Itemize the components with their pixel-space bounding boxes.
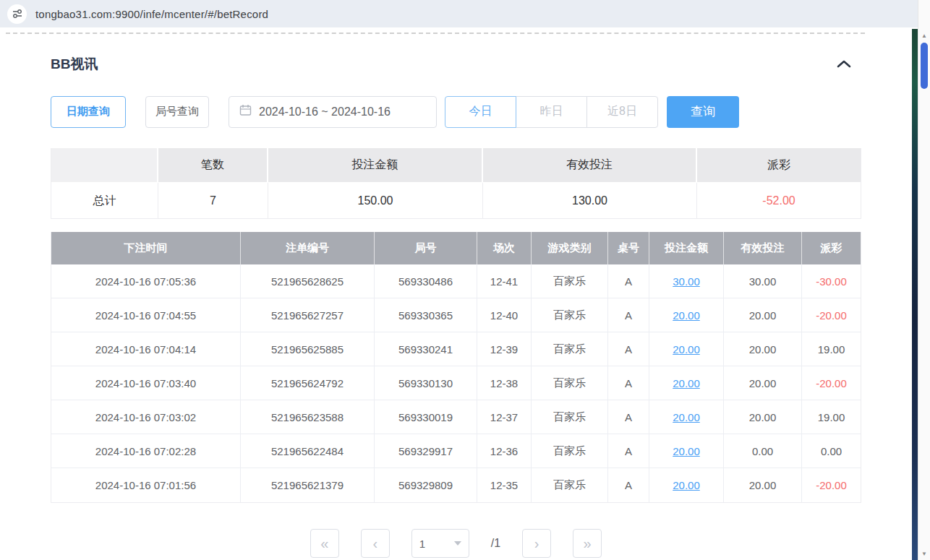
last-page-button[interactable]: » (573, 529, 602, 558)
col-header-bet: 投注金额 (649, 232, 724, 264)
game-type: 百家乐 (532, 264, 608, 298)
total-pages-label: /1 (491, 537, 500, 550)
valid-bet: 20.00 (724, 366, 802, 400)
table-row: 2024-10-16 07:01:56 521965621379 5693298… (51, 468, 861, 502)
bet-amount-link[interactable]: 30.00 (673, 275, 700, 288)
site-settings-icon[interactable] (7, 4, 27, 24)
session: 12-39 (477, 332, 532, 366)
payout: -20.00 (802, 366, 861, 400)
date-query-tab[interactable]: 日期查询 (51, 96, 126, 128)
address-bar[interactable]: tongbao31.com:9900/infe/mcenter/#/betRec… (0, 0, 918, 27)
round-no: 569330486 (375, 264, 477, 298)
bet-record-panel: BB视讯 日期查询 局号查询 2024-10-16 ~ 2024-10-16 今… (51, 38, 861, 558)
summary-total-valid: 130.00 (483, 182, 697, 218)
date-range-value: 2024-10-16 ~ 2024-10-16 (259, 105, 391, 119)
col-header-valid: 有效投注 (724, 232, 802, 264)
session: 12-41 (477, 264, 532, 298)
col-header-game: 游戏类别 (532, 232, 608, 264)
table-no: A (608, 298, 649, 332)
round-query-tab[interactable]: 局号查询 (145, 96, 209, 128)
bet-amount-link[interactable]: 20.00 (673, 479, 700, 491)
bet-amount-cell: 20.00 (649, 366, 724, 400)
bet-amount-cell: 20.00 (649, 298, 724, 332)
page-select-value: 1 (419, 538, 425, 550)
order-no: 521965623588 (241, 400, 375, 434)
scroll-up-arrow-icon[interactable]: ▲ (918, 30, 930, 42)
game-type: 百家乐 (532, 468, 608, 502)
yesterday-button[interactable]: 昨日 (516, 96, 587, 128)
url-text[interactable]: tongbao31.com:9900/infe/mcenter/#/betRec… (35, 8, 268, 20)
bet-amount-link[interactable]: 20.00 (673, 309, 700, 322)
bet-amount-link[interactable]: 20.00 (673, 411, 700, 423)
table-no: A (608, 332, 649, 366)
valid-bet: 0.00 (724, 434, 802, 468)
summary-header-count: 笔数 (158, 148, 268, 182)
summary-total-payout: -52.00 (697, 182, 861, 218)
game-type: 百家乐 (532, 366, 608, 400)
dashed-separator (6, 33, 865, 34)
date-range-picker[interactable]: 2024-10-16 ~ 2024-10-16 (229, 96, 437, 128)
recent-8-days-button[interactable]: 近8日 (586, 96, 658, 128)
bet-time: 2024-10-16 07:03:02 (51, 400, 241, 434)
table-row: 2024-10-16 07:03:40 521965624792 5693301… (51, 366, 861, 400)
table-no: A (608, 434, 649, 468)
game-type: 百家乐 (532, 400, 608, 434)
payout: 19.00 (802, 400, 861, 434)
page-edge-strip (912, 29, 918, 560)
bet-amount-cell: 30.00 (649, 264, 724, 298)
order-no: 521965628625 (241, 264, 375, 298)
collapse-chevron-up-icon[interactable] (834, 55, 854, 74)
summary-header-valid: 有效投注 (483, 148, 697, 182)
session: 12-36 (477, 434, 532, 468)
bet-amount-cell: 20.00 (649, 400, 724, 434)
table-no: A (608, 468, 649, 502)
round-no: 569329809 (375, 468, 477, 502)
search-button[interactable]: 查询 (667, 96, 739, 128)
payout: -20.00 (802, 298, 861, 332)
table-row: 2024-10-16 07:05:36 521965628625 5693304… (51, 264, 861, 298)
payout: 0.00 (802, 434, 861, 468)
col-header-payout: 派彩 (802, 232, 861, 264)
game-type: 百家乐 (532, 332, 608, 366)
summary-total-label: 总计 (51, 182, 158, 218)
scroll-down-arrow-icon[interactable]: ▼ (918, 548, 930, 560)
summary-header-row: 笔数 投注金额 有效投注 派彩 (51, 148, 861, 182)
prev-page-button[interactable]: ‹ (361, 529, 390, 558)
bet-time: 2024-10-16 07:04:55 (51, 298, 241, 332)
game-type: 百家乐 (532, 434, 608, 468)
bet-time: 2024-10-16 07:04:14 (51, 332, 241, 366)
vertical-scrollbar[interactable]: ▲ ▼ (918, 0, 930, 560)
first-page-button[interactable]: « (310, 529, 339, 558)
table-row: 2024-10-16 07:03:02 521965623588 5693300… (51, 400, 861, 434)
calendar-icon (239, 104, 252, 119)
quick-date-group: 今日 昨日 近8日 (445, 96, 658, 128)
summary-total-count: 7 (158, 182, 268, 218)
table-no: A (608, 264, 649, 298)
pagination: « ‹ 1 /1 › » (51, 529, 861, 558)
valid-bet: 30.00 (724, 264, 802, 298)
summary-total-row: 总计 7 150.00 130.00 -52.00 (51, 182, 861, 218)
table-no: A (608, 366, 649, 400)
page-select[interactable]: 1 (411, 529, 469, 558)
col-header-time: 下注时间 (51, 232, 241, 264)
session: 12-40 (477, 298, 532, 332)
session: 12-35 (477, 468, 532, 502)
summary-table: 笔数 投注金额 有效投注 派彩 总计 7 150.00 130.00 -52.0… (51, 148, 861, 219)
valid-bet: 20.00 (724, 332, 802, 366)
bet-record-table: 下注时间 注单编号 局号 场次 游戏类别 桌号 投注金额 有效投注 派彩 202… (51, 232, 861, 503)
bet-amount-link[interactable]: 20.00 (673, 445, 700, 457)
summary-header-payout: 派彩 (697, 148, 861, 182)
panel-header: BB视讯 (51, 55, 861, 74)
next-page-button[interactable]: › (522, 529, 551, 558)
order-no: 521965625885 (241, 332, 375, 366)
valid-bet: 20.00 (724, 400, 802, 434)
order-no: 521965622484 (241, 434, 375, 468)
today-button[interactable]: 今日 (445, 96, 516, 128)
summary-total-bet: 150.00 (268, 182, 483, 218)
bet-amount-link[interactable]: 20.00 (673, 343, 700, 356)
table-header-row: 下注时间 注单编号 局号 场次 游戏类别 桌号 投注金额 有效投注 派彩 (51, 232, 861, 264)
scrollbar-thumb[interactable] (921, 43, 928, 89)
valid-bet: 20.00 (724, 468, 802, 502)
bet-amount-link[interactable]: 20.00 (673, 377, 700, 389)
summary-header-bet: 投注金额 (268, 148, 483, 182)
